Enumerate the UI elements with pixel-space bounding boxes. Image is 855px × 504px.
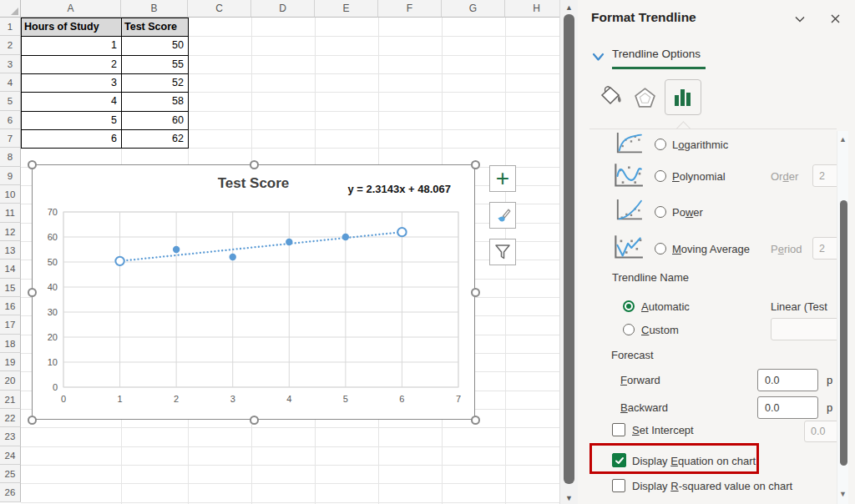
radio-polynomial[interactable] xyxy=(655,170,666,182)
x-axis-tick-label[interactable]: 4 xyxy=(286,394,291,404)
table-cell[interactable]: 50 xyxy=(122,37,189,55)
trendline-endpoint-handle[interactable] xyxy=(397,228,406,236)
chart-resize-handle[interactable] xyxy=(471,288,480,297)
row-header-12[interactable]: 12 xyxy=(0,223,21,241)
set-intercept-label[interactable]: Set Intercept xyxy=(632,424,694,436)
row-header-25[interactable]: 25 xyxy=(0,465,21,483)
radio-automatic[interactable] xyxy=(623,300,635,312)
pane-vertical-scrollbar[interactable]: ▲ ▼ xyxy=(837,131,848,504)
display-equation-checkbox[interactable] xyxy=(612,453,626,467)
column-header-A[interactable]: A xyxy=(21,0,121,18)
radio-logarithmic-label[interactable]: Logarithmic xyxy=(672,139,728,151)
row-header-26[interactable]: 26 xyxy=(0,483,21,501)
row-header-1[interactable]: 1 xyxy=(0,18,21,36)
row-header-10[interactable]: 10 xyxy=(0,185,21,204)
scroll-down-icon[interactable]: ▼ xyxy=(560,494,578,502)
table-cell[interactable]: 5 xyxy=(22,112,122,130)
set-intercept-checkbox[interactable] xyxy=(612,423,625,436)
x-axis-tick-label[interactable]: 5 xyxy=(343,394,348,404)
chart-styles-button[interactable] xyxy=(489,202,516,229)
chart-filters-button[interactable] xyxy=(489,239,516,265)
chart-resize-handle[interactable] xyxy=(250,416,259,425)
radio-power-label[interactable]: Power xyxy=(672,206,703,219)
row-header-4[interactable]: 4 xyxy=(0,73,21,92)
y-axis-tick-label[interactable]: 50 xyxy=(48,257,58,267)
column-header-B[interactable]: B xyxy=(121,0,188,18)
row-header-19[interactable]: 19 xyxy=(0,353,21,371)
row-header-3[interactable]: 3 xyxy=(0,55,21,73)
forward-input[interactable]: 0.0 xyxy=(757,369,818,391)
chart[interactable]: Test Score y = 2.3143x + 48.067 01234567… xyxy=(32,164,475,420)
chart-resize-handle[interactable] xyxy=(471,160,480,169)
radio-polynomial-label[interactable]: Polynomial xyxy=(672,170,726,183)
y-axis-tick-label[interactable]: 60 xyxy=(48,232,58,242)
chart-resize-handle[interactable] xyxy=(28,416,37,425)
table-cell[interactable]: 58 xyxy=(122,93,189,111)
row-header-15[interactable]: 15 xyxy=(0,279,21,297)
row-header-14[interactable]: 14 xyxy=(0,260,21,278)
table-cell[interactable]: 55 xyxy=(122,56,189,74)
table-cell[interactable]: 62 xyxy=(122,130,189,149)
radio-custom[interactable] xyxy=(623,324,635,335)
x-axis-tick-label[interactable]: 1 xyxy=(118,394,123,404)
x-axis-tick-label[interactable]: 0 xyxy=(61,394,66,404)
sheet-vertical-scrollbar[interactable]: ▲ ▼ xyxy=(559,0,578,504)
x-axis-tick-label[interactable]: 6 xyxy=(399,394,404,404)
y-axis-tick-label[interactable]: 20 xyxy=(48,332,58,342)
chart-elements-button[interactable]: + xyxy=(489,165,516,192)
x-axis-tick-label[interactable]: 3 xyxy=(230,394,235,404)
y-axis-tick-label[interactable]: 10 xyxy=(48,357,58,367)
select-all-corner[interactable] xyxy=(0,0,21,18)
section-title[interactable]: Trendline Options xyxy=(612,48,701,60)
table-cell[interactable]: 2 xyxy=(22,56,122,74)
chart-resize-handle[interactable] xyxy=(28,288,37,297)
trendline[interactable] xyxy=(120,232,402,261)
scrollbar-thumb[interactable] xyxy=(564,14,574,484)
section-chevron-down-icon[interactable] xyxy=(592,52,605,64)
table-cell[interactable]: 52 xyxy=(122,74,189,93)
display-r-squared-checkbox[interactable] xyxy=(612,479,625,492)
y-axis-tick-label[interactable]: 30 xyxy=(48,307,58,317)
column-header-D[interactable]: D xyxy=(251,0,315,18)
y-axis-tick-label[interactable]: 70 xyxy=(48,207,58,217)
chart-resize-handle[interactable] xyxy=(471,416,480,425)
column-header-F[interactable]: F xyxy=(378,0,442,18)
scroll-up-icon[interactable]: ▲ xyxy=(837,135,848,144)
y-axis-tick-label[interactable]: 40 xyxy=(48,282,58,292)
row-header-9[interactable]: 9 xyxy=(0,167,21,185)
row-header-23[interactable]: 23 xyxy=(0,427,21,446)
row-header-22[interactable]: 22 xyxy=(0,409,21,427)
data-point[interactable] xyxy=(286,239,292,245)
chart-resize-handle[interactable] xyxy=(250,160,259,169)
tab-fill-line[interactable] xyxy=(596,82,625,112)
tab-trendline-options[interactable] xyxy=(665,79,701,115)
row-header-16[interactable]: 16 xyxy=(0,297,21,315)
scroll-up-icon[interactable]: ▲ xyxy=(560,3,578,12)
chart-resize-handle[interactable] xyxy=(28,160,37,169)
display-r-squared-label[interactable]: Display R-squared value on chart xyxy=(632,480,792,492)
row-header-2[interactable]: 2 xyxy=(0,36,21,54)
table-header-cell[interactable]: Test Score xyxy=(122,18,189,37)
tab-effects[interactable] xyxy=(630,83,659,113)
row-header-5[interactable]: 5 xyxy=(0,92,21,110)
table-cell[interactable]: 60 xyxy=(122,112,189,130)
row-header-18[interactable]: 18 xyxy=(0,335,21,353)
trendline-equation-label[interactable]: y = 2.3143x + 48.067 xyxy=(347,183,451,195)
data-point[interactable] xyxy=(342,234,349,240)
trendline-endpoint-handle[interactable] xyxy=(115,257,124,265)
scrollbar-thumb[interactable] xyxy=(840,200,847,466)
row-header-24[interactable]: 24 xyxy=(0,446,21,465)
set-intercept-input[interactable]: 0.0 xyxy=(804,421,840,442)
column-header-E[interactable]: E xyxy=(315,0,378,18)
table-header-cell[interactable]: Hours of Study xyxy=(22,18,122,37)
radio-automatic-label[interactable]: Automatic xyxy=(641,300,690,313)
row-header-11[interactable]: 11 xyxy=(0,204,21,222)
x-axis-tick-label[interactable]: 2 xyxy=(174,394,179,404)
pane-collapse-chevron-icon[interactable] xyxy=(793,13,807,28)
display-equation-label[interactable]: Display Equation on chart xyxy=(632,455,756,467)
pane-close-icon[interactable] xyxy=(829,13,842,28)
row-header-20[interactable]: 20 xyxy=(0,371,21,390)
row-header-7[interactable]: 7 xyxy=(0,129,21,148)
row-header-17[interactable]: 17 xyxy=(0,315,21,334)
column-header-G[interactable]: G xyxy=(442,0,505,18)
